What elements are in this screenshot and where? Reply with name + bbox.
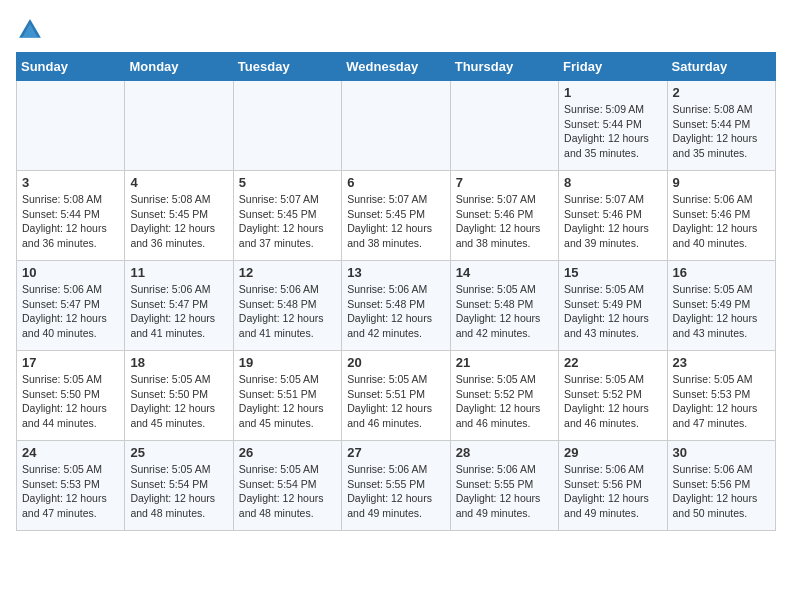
calendar-cell: 16Sunrise: 5:05 AM Sunset: 5:49 PM Dayli… [667,261,775,351]
day-info: Sunrise: 5:07 AM Sunset: 5:45 PM Dayligh… [239,192,336,251]
calendar-cell: 1Sunrise: 5:09 AM Sunset: 5:44 PM Daylig… [559,81,667,171]
day-info: Sunrise: 5:05 AM Sunset: 5:49 PM Dayligh… [564,282,661,341]
day-number: 23 [673,355,770,370]
day-info: Sunrise: 5:05 AM Sunset: 5:49 PM Dayligh… [673,282,770,341]
calendar-week-5: 24Sunrise: 5:05 AM Sunset: 5:53 PM Dayli… [17,441,776,531]
day-info: Sunrise: 5:05 AM Sunset: 5:50 PM Dayligh… [22,372,119,431]
day-info: Sunrise: 5:07 AM Sunset: 5:46 PM Dayligh… [564,192,661,251]
day-info: Sunrise: 5:05 AM Sunset: 5:52 PM Dayligh… [456,372,553,431]
day-info: Sunrise: 5:06 AM Sunset: 5:56 PM Dayligh… [564,462,661,521]
calendar-cell: 3Sunrise: 5:08 AM Sunset: 5:44 PM Daylig… [17,171,125,261]
day-info: Sunrise: 5:05 AM Sunset: 5:50 PM Dayligh… [130,372,227,431]
day-info: Sunrise: 5:08 AM Sunset: 5:44 PM Dayligh… [22,192,119,251]
calendar-week-4: 17Sunrise: 5:05 AM Sunset: 5:50 PM Dayli… [17,351,776,441]
calendar-cell: 6Sunrise: 5:07 AM Sunset: 5:45 PM Daylig… [342,171,450,261]
day-number: 18 [130,355,227,370]
day-number: 12 [239,265,336,280]
calendar-cell: 18Sunrise: 5:05 AM Sunset: 5:50 PM Dayli… [125,351,233,441]
day-info: Sunrise: 5:06 AM Sunset: 5:46 PM Dayligh… [673,192,770,251]
calendar-cell: 2Sunrise: 5:08 AM Sunset: 5:44 PM Daylig… [667,81,775,171]
calendar-body: 1Sunrise: 5:09 AM Sunset: 5:44 PM Daylig… [17,81,776,531]
calendar-cell: 10Sunrise: 5:06 AM Sunset: 5:47 PM Dayli… [17,261,125,351]
day-number: 1 [564,85,661,100]
calendar-week-2: 3Sunrise: 5:08 AM Sunset: 5:44 PM Daylig… [17,171,776,261]
day-number: 14 [456,265,553,280]
calendar-cell [17,81,125,171]
day-number: 16 [673,265,770,280]
logo-icon [16,16,44,44]
calendar-header-row: SundayMondayTuesdayWednesdayThursdayFrid… [17,53,776,81]
calendar-cell: 5Sunrise: 5:07 AM Sunset: 5:45 PM Daylig… [233,171,341,261]
day-info: Sunrise: 5:06 AM Sunset: 5:56 PM Dayligh… [673,462,770,521]
weekday-header-tuesday: Tuesday [233,53,341,81]
calendar-cell: 7Sunrise: 5:07 AM Sunset: 5:46 PM Daylig… [450,171,558,261]
day-number: 19 [239,355,336,370]
calendar-table: SundayMondayTuesdayWednesdayThursdayFrid… [16,52,776,531]
day-number: 17 [22,355,119,370]
day-info: Sunrise: 5:06 AM Sunset: 5:47 PM Dayligh… [22,282,119,341]
day-info: Sunrise: 5:05 AM Sunset: 5:51 PM Dayligh… [239,372,336,431]
calendar-cell: 11Sunrise: 5:06 AM Sunset: 5:47 PM Dayli… [125,261,233,351]
day-number: 9 [673,175,770,190]
calendar-cell: 19Sunrise: 5:05 AM Sunset: 5:51 PM Dayli… [233,351,341,441]
day-number: 27 [347,445,444,460]
weekday-header-monday: Monday [125,53,233,81]
calendar-cell [125,81,233,171]
day-info: Sunrise: 5:06 AM Sunset: 5:48 PM Dayligh… [347,282,444,341]
day-info: Sunrise: 5:07 AM Sunset: 5:45 PM Dayligh… [347,192,444,251]
calendar-cell: 13Sunrise: 5:06 AM Sunset: 5:48 PM Dayli… [342,261,450,351]
calendar-cell: 26Sunrise: 5:05 AM Sunset: 5:54 PM Dayli… [233,441,341,531]
day-info: Sunrise: 5:05 AM Sunset: 5:52 PM Dayligh… [564,372,661,431]
day-number: 21 [456,355,553,370]
day-number: 3 [22,175,119,190]
calendar-cell: 20Sunrise: 5:05 AM Sunset: 5:51 PM Dayli… [342,351,450,441]
calendar-cell: 25Sunrise: 5:05 AM Sunset: 5:54 PM Dayli… [125,441,233,531]
day-number: 8 [564,175,661,190]
calendar-week-1: 1Sunrise: 5:09 AM Sunset: 5:44 PM Daylig… [17,81,776,171]
day-info: Sunrise: 5:05 AM Sunset: 5:53 PM Dayligh… [22,462,119,521]
day-number: 6 [347,175,444,190]
day-info: Sunrise: 5:06 AM Sunset: 5:55 PM Dayligh… [347,462,444,521]
calendar-cell: 15Sunrise: 5:05 AM Sunset: 5:49 PM Dayli… [559,261,667,351]
day-number: 24 [22,445,119,460]
calendar-cell: 24Sunrise: 5:05 AM Sunset: 5:53 PM Dayli… [17,441,125,531]
calendar-cell [450,81,558,171]
day-number: 29 [564,445,661,460]
day-info: Sunrise: 5:05 AM Sunset: 5:54 PM Dayligh… [130,462,227,521]
calendar-cell: 28Sunrise: 5:06 AM Sunset: 5:55 PM Dayli… [450,441,558,531]
weekday-header-wednesday: Wednesday [342,53,450,81]
calendar-cell: 9Sunrise: 5:06 AM Sunset: 5:46 PM Daylig… [667,171,775,261]
calendar-cell: 4Sunrise: 5:08 AM Sunset: 5:45 PM Daylig… [125,171,233,261]
day-info: Sunrise: 5:09 AM Sunset: 5:44 PM Dayligh… [564,102,661,161]
day-number: 10 [22,265,119,280]
day-info: Sunrise: 5:05 AM Sunset: 5:53 PM Dayligh… [673,372,770,431]
day-number: 26 [239,445,336,460]
day-number: 4 [130,175,227,190]
day-number: 15 [564,265,661,280]
calendar-cell [233,81,341,171]
weekday-header-thursday: Thursday [450,53,558,81]
day-number: 7 [456,175,553,190]
day-number: 5 [239,175,336,190]
calendar-cell: 22Sunrise: 5:05 AM Sunset: 5:52 PM Dayli… [559,351,667,441]
calendar-cell: 29Sunrise: 5:06 AM Sunset: 5:56 PM Dayli… [559,441,667,531]
day-info: Sunrise: 5:06 AM Sunset: 5:55 PM Dayligh… [456,462,553,521]
calendar-week-3: 10Sunrise: 5:06 AM Sunset: 5:47 PM Dayli… [17,261,776,351]
day-number: 30 [673,445,770,460]
calendar-cell: 23Sunrise: 5:05 AM Sunset: 5:53 PM Dayli… [667,351,775,441]
day-info: Sunrise: 5:05 AM Sunset: 5:54 PM Dayligh… [239,462,336,521]
calendar-cell: 8Sunrise: 5:07 AM Sunset: 5:46 PM Daylig… [559,171,667,261]
day-info: Sunrise: 5:08 AM Sunset: 5:44 PM Dayligh… [673,102,770,161]
day-info: Sunrise: 5:07 AM Sunset: 5:46 PM Dayligh… [456,192,553,251]
day-number: 22 [564,355,661,370]
day-number: 28 [456,445,553,460]
day-number: 2 [673,85,770,100]
day-info: Sunrise: 5:08 AM Sunset: 5:45 PM Dayligh… [130,192,227,251]
calendar-cell: 27Sunrise: 5:06 AM Sunset: 5:55 PM Dayli… [342,441,450,531]
weekday-header-saturday: Saturday [667,53,775,81]
day-info: Sunrise: 5:05 AM Sunset: 5:48 PM Dayligh… [456,282,553,341]
day-info: Sunrise: 5:05 AM Sunset: 5:51 PM Dayligh… [347,372,444,431]
calendar-cell: 12Sunrise: 5:06 AM Sunset: 5:48 PM Dayli… [233,261,341,351]
calendar-cell: 21Sunrise: 5:05 AM Sunset: 5:52 PM Dayli… [450,351,558,441]
day-number: 20 [347,355,444,370]
